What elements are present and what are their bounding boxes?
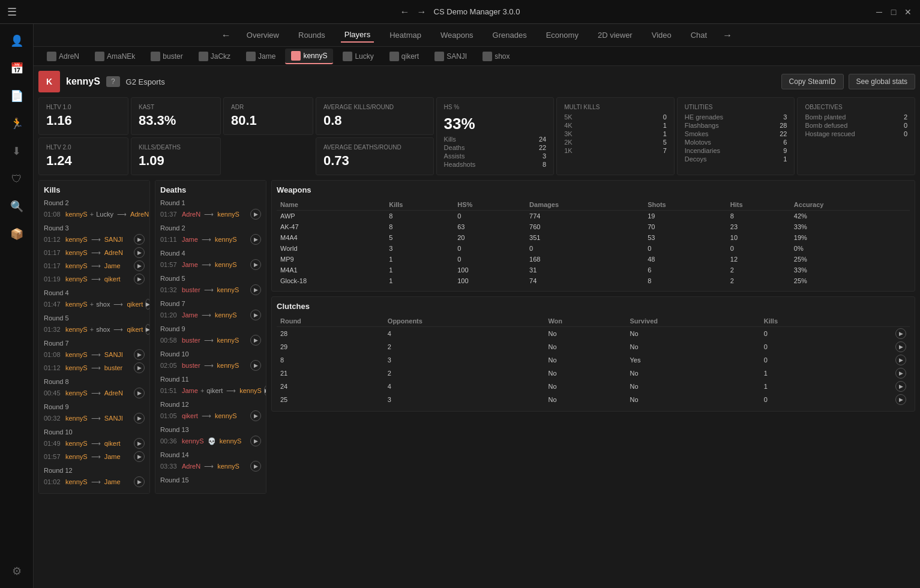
nav-video[interactable]: Video xyxy=(648,28,675,42)
player-tab-JaCkz[interactable]: JaCkz xyxy=(193,49,236,64)
player-tab-buster[interactable]: buster xyxy=(145,49,188,64)
player-tab-AmaNEk[interactable]: AmaNEk xyxy=(89,49,141,64)
weapons-col-damages: Damages xyxy=(526,199,644,211)
sidebar-search-icon[interactable]: 🔍 xyxy=(5,194,29,218)
weapons-col-name: Name xyxy=(277,199,385,211)
sidebar-settings-icon[interactable]: ⚙ xyxy=(5,559,29,583)
nav-back-arrow[interactable]: ← xyxy=(400,7,410,17)
stat-adr: ADR 80.1 xyxy=(223,97,313,135)
kd-label: Kills/Deaths xyxy=(139,144,213,151)
play-button[interactable]: ▶ xyxy=(134,234,145,245)
play-button[interactable]: ▶ xyxy=(134,260,145,271)
nav-heatmap[interactable]: Heatmap xyxy=(386,28,425,42)
play-button[interactable]: ▶ xyxy=(134,413,145,424)
clutch-play-button[interactable]: ▶ xyxy=(895,381,906,392)
nav-players[interactable]: Players xyxy=(341,28,374,43)
close-button[interactable]: ✕ xyxy=(903,7,913,17)
play-button[interactable]: ▶ xyxy=(134,247,145,258)
nav-2dviewer[interactable]: 2D viewer xyxy=(594,28,636,42)
kills-round-3-label: Round 3 xyxy=(44,224,145,232)
clutch-row-29: 292NoNo0 ▶ xyxy=(277,340,910,353)
clutch-play-button[interactable]: ▶ xyxy=(895,394,906,405)
deaths-round-10-label: Round 10 xyxy=(160,350,261,358)
sidebar-user-icon[interactable]: 👤 xyxy=(5,29,29,53)
sidebar-download-icon[interactable]: ⬇ xyxy=(5,139,29,163)
player-name: kennyS xyxy=(66,76,100,87)
sidebar-calendar-icon[interactable]: 📅 xyxy=(5,56,29,80)
play-button[interactable]: ▶ xyxy=(250,461,261,472)
play-button[interactable]: ▶ xyxy=(145,324,150,335)
utilities-rows: HE grenades3 Flashbangs28 Smokes22 Molot… xyxy=(685,113,787,163)
kills-row: 00:32 kennyS ⟶ SANJI ▶ xyxy=(44,412,145,425)
player-tab-shox[interactable]: shox xyxy=(477,49,516,64)
nav-overview[interactable]: Overview xyxy=(243,28,283,42)
play-button[interactable]: ▶ xyxy=(134,388,145,398)
copy-steamid-button[interactable]: Copy SteamID xyxy=(781,74,844,89)
nav-grenades[interactable]: Grenades xyxy=(489,28,531,42)
deaths-row: 01:51 Jame + qikert ⟶ kennyS ▶ xyxy=(160,384,261,397)
nav-economy[interactable]: Economy xyxy=(543,28,582,42)
play-button[interactable]: ▶ xyxy=(250,310,261,320)
play-button[interactable]: ▶ xyxy=(134,362,145,373)
play-button[interactable]: ▶ xyxy=(134,438,145,449)
player-tab-SANJI[interactable]: SANJI xyxy=(428,49,473,64)
play-button[interactable]: ▶ xyxy=(264,385,266,396)
play-button[interactable]: ▶ xyxy=(134,274,145,284)
see-global-stats-button[interactable]: See global stats xyxy=(849,74,915,89)
clutches-col-survived: Survived xyxy=(627,316,760,327)
nav-rounds[interactable]: Rounds xyxy=(295,28,329,42)
play-button[interactable]: ▶ xyxy=(145,299,150,310)
mk-4k-val: 1 xyxy=(663,122,667,129)
clutch-play-button[interactable]: ▶ xyxy=(895,328,906,339)
kills-row: 01:02 kennyS ⟶ Jame ▶ xyxy=(44,475,145,488)
mk-1k-label: 1K xyxy=(564,147,572,154)
clutch-play-button[interactable]: ▶ xyxy=(895,368,906,379)
unknown-badge[interactable]: ? xyxy=(106,76,120,87)
play-button[interactable]: ▶ xyxy=(250,335,261,346)
play-button[interactable]: ▶ xyxy=(250,209,261,220)
play-button[interactable]: ▶ xyxy=(134,476,145,487)
player-tab-qikert[interactable]: qikert xyxy=(383,49,425,64)
play-button[interactable]: ▶ xyxy=(250,436,261,446)
play-button[interactable]: ▶ xyxy=(250,234,261,245)
adr-value: 80.1 xyxy=(231,113,305,128)
deaths-row: 01:20 Jame ⟶ kennyS ▶ xyxy=(160,308,261,322)
kills-row: 01:19 kennyS ⟶ qikert ▶ xyxy=(44,272,145,286)
clutches-col-action xyxy=(841,316,910,327)
play-button[interactable]: ▶ xyxy=(250,360,261,371)
hamburger-icon[interactable]: ☰ xyxy=(7,5,17,19)
deaths-round-14-label: Round 14 xyxy=(160,451,261,458)
weapons-title: Weapons xyxy=(277,185,910,194)
clutch-play-button[interactable]: ▶ xyxy=(895,355,906,365)
minimize-button[interactable]: ─ xyxy=(874,7,884,17)
play-button[interactable]: ▶ xyxy=(250,410,261,421)
play-button[interactable]: ▶ xyxy=(134,349,145,360)
sidebar-shield-icon[interactable]: 🛡 xyxy=(5,167,29,191)
player-tab-Lucky[interactable]: Lucky xyxy=(337,49,379,64)
clutch-play-button[interactable]: ▶ xyxy=(895,341,906,352)
player-tab-kennyS[interactable]: kennyS xyxy=(285,49,333,64)
sidebar-player-icon[interactable]: 🏃 xyxy=(5,112,29,136)
player-tab-AdreN[interactable]: AdreN xyxy=(41,49,85,64)
util-molotov-val: 6 xyxy=(783,139,787,146)
sidebar-box-icon[interactable]: 📦 xyxy=(5,222,29,246)
nav-weapons[interactable]: Weapons xyxy=(437,28,477,42)
topnav-arrow-left[interactable]: ← xyxy=(221,30,231,41)
player-tab-Jame[interactable]: Jame xyxy=(240,49,281,64)
topnav-arrow-right[interactable]: → xyxy=(723,30,732,41)
nav-chat[interactable]: Chat xyxy=(687,28,711,42)
stat-hltv10: HLTV 1.0 1.16 xyxy=(38,97,128,135)
multi-kills-title: Multi kills xyxy=(564,104,667,110)
nav-fwd-arrow[interactable]: → xyxy=(417,7,427,17)
sidebar-demo-icon[interactable]: 📄 xyxy=(5,84,29,108)
avg-deaths-label: Average deaths/round xyxy=(323,144,426,151)
stat-multi-kills: Multi kills 5K0 4K1 3K1 2K5 1K7 xyxy=(556,97,675,175)
maximize-button[interactable]: □ xyxy=(889,7,898,17)
play-button[interactable]: ▶ xyxy=(250,259,261,270)
weapons-row-world: World300000% xyxy=(277,243,910,254)
play-button[interactable]: ▶ xyxy=(250,284,261,295)
deaths-label: Deaths xyxy=(444,144,465,151)
deaths-panel: Deaths Round 1 01:37 AdreN ⟶ kennyS ▶ Ro… xyxy=(155,180,266,494)
deaths-round-9-label: Round 9 xyxy=(160,325,261,332)
play-button[interactable]: ▶ xyxy=(134,451,145,462)
